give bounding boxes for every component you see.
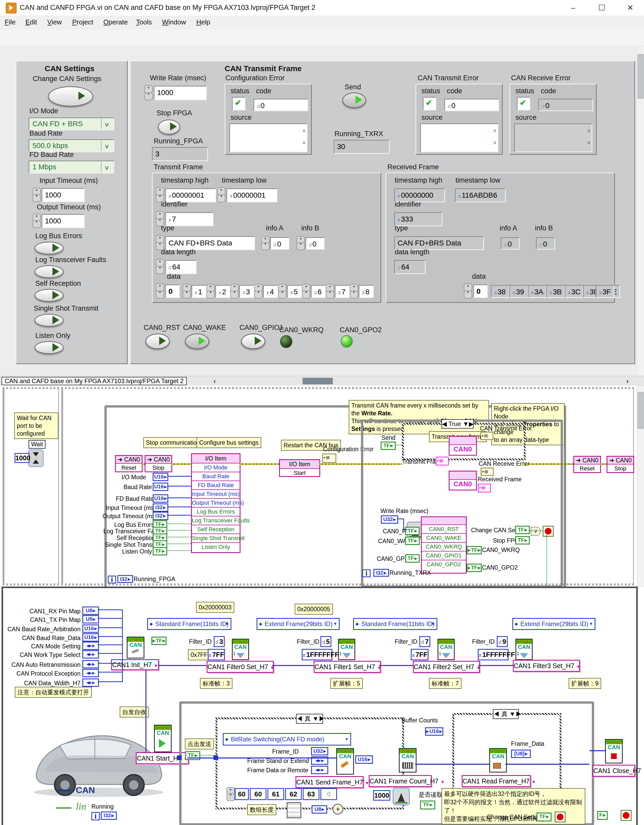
data-cell-spinner[interactable] [207, 284, 214, 298]
data-length-spinner[interactable] [156, 259, 164, 274]
self-reception-toggle[interactable] [34, 289, 63, 302]
bitrate-enum[interactable]: BitRate Switching(CAN FD mode) [223, 733, 351, 746]
log-transceiver-faults-toggle[interactable] [34, 265, 63, 278]
can1-init-node[interactable]: STM32 CAN [127, 637, 144, 658]
data-cell-spinner[interactable] [182, 284, 190, 298]
filter-id-const-1[interactable]: 5 [320, 636, 331, 647]
menu-file[interactable]: File [5, 18, 15, 26]
menu-tools[interactable]: Tools [136, 18, 152, 26]
frame-type-enum-2[interactable]: Standard Frame(11bits ID) [353, 618, 437, 630]
tab-fpga-target[interactable]: CAN and CAFD base on My FPGA AX7103.lvpr… [2, 377, 187, 385]
can1-init-dropdown[interactable]: CAN1 Init_H7 [111, 659, 159, 670]
info-b-field[interactable]: 0 [305, 237, 324, 250]
data-cell-spinner[interactable] [350, 284, 358, 298]
can1-filter3-node[interactable]: STM32 CAN 1 [516, 639, 533, 660]
mask-const-1[interactable]: 1FFFFFFF [302, 649, 332, 660]
filter-id-const-0[interactable]: 3 [214, 636, 225, 647]
frame-id-terminal[interactable]: U32 [311, 747, 328, 755]
source-field[interactable] [229, 124, 307, 152]
can0-stop-node[interactable]: ➜ CAN0 Stop [145, 455, 172, 472]
data-cell[interactable]: 8 [358, 285, 374, 298]
io-item-start-node[interactable]: I/O Item Start [279, 459, 320, 477]
can1-start-node[interactable]: STM32 CAN [154, 725, 171, 752]
can1-filter2-dropdown[interactable]: CAN1 Filter2 Set_H7 [413, 661, 480, 673]
send-case-selector[interactable]: 真 [296, 714, 323, 724]
menu-project[interactable]: Project [72, 18, 93, 26]
wait-hourglass-icon[interactable] [28, 450, 44, 467]
read-case-selector[interactable]: 真 [493, 709, 519, 719]
stop-fpga-button[interactable] [158, 119, 180, 134]
can1-frame-count-dropdown[interactable]: CAN1 Frame Count_H7 [369, 775, 432, 787]
can1-frame-count-node[interactable]: STM32 CAN [399, 748, 417, 772]
change-setting-terminal[interactable]: TF [536, 813, 551, 821]
io-item-config-node[interactable]: I/O Item I/O Mode Baud Rate FD Baud Rate… [191, 453, 241, 553]
rst-terminal[interactable]: TF [405, 527, 420, 535]
can1-filter0-dropdown[interactable]: CAN1 Filter0 Set_H7 [207, 661, 274, 673]
array-cell[interactable]: 63 [303, 788, 320, 800]
fp-scroll-thumb[interactable] [638, 54, 644, 99]
can1-filter0-node[interactable]: STM32 CAN 1 [232, 639, 249, 660]
can1-read-node[interactable]: STM32 CAN [489, 748, 507, 772]
maximize-button[interactable]: ☐ [594, 2, 609, 14]
log-bus-errors-toggle[interactable] [34, 242, 63, 255]
code-field[interactable]: 0 [253, 99, 308, 111]
tab-scroll-right-icon[interactable]: › [626, 377, 629, 385]
menu-edit[interactable]: Edit [25, 18, 37, 26]
write-rate-field[interactable]: 1000 [154, 86, 207, 100]
wait-ms-constant[interactable]: 1000 [14, 453, 29, 463]
read-question-terminal[interactable]: TF [420, 800, 435, 810]
fd-baud-rate-dropdown[interactable]: 1 Mbps [29, 161, 114, 173]
can0-stop-after-node[interactable]: ➜ CAN0 Stop [607, 456, 634, 473]
output-timeout-spinner[interactable] [32, 213, 40, 228]
send-terminal[interactable]: TF [381, 442, 396, 450]
mask-const-0[interactable]: 7FF [208, 649, 225, 660]
listen-only-terminal[interactable]: TF [153, 547, 167, 555]
wake-terminal[interactable]: TF [405, 537, 420, 545]
array-index[interactable]: 60 [235, 788, 249, 800]
frame-type-enum-0[interactable]: Standard Frame(11bits ID) [147, 618, 232, 630]
change-can-settings-button[interactable] [48, 86, 93, 107]
input-timeout-field[interactable]: 1000 [42, 188, 85, 202]
array-cell[interactable]: 60 [250, 788, 266, 800]
data-cell-spinner[interactable] [278, 284, 286, 298]
array-cell[interactable]: 62 [285, 788, 302, 800]
fp-vertical-scrollbar[interactable] [637, 46, 644, 376]
frame-type-enum-3[interactable]: Extend Frame(29bits ID) [512, 618, 595, 630]
baud-terminal[interactable]: U16 [153, 483, 168, 491]
data-cell[interactable]: 1 [192, 285, 207, 298]
stop-fpga-terminal[interactable]: TF [515, 536, 530, 544]
baud-data-terminal[interactable]: U16 [82, 633, 99, 642]
filter-id-const-2[interactable]: 7 [419, 636, 430, 647]
single-shot-transmit-toggle[interactable] [34, 314, 63, 327]
can0-lines-property-node[interactable]: CAN0_RST CAN0_WAKE CAN0_WKRQ CAN0_GPIO1 … [421, 516, 466, 573]
mode-setting-terminal[interactable]: ◂▸ [82, 642, 99, 650]
data-cell[interactable]: 5 [287, 285, 302, 298]
menu-help[interactable]: Help [196, 18, 210, 26]
protocol-exception-terminal[interactable]: ◂▸ [82, 669, 99, 677]
frame-type-enum-1[interactable]: Extend Frame(29bits ID) [256, 618, 340, 630]
write-rate-terminal[interactable]: U32 [381, 515, 398, 524]
can0-reset-after-node[interactable]: ➜ CAN0 Reset [573, 456, 601, 473]
in-timeout-terminal[interactable]: I32 [153, 504, 168, 512]
data-cell-spinner[interactable] [326, 284, 334, 298]
can1-close-node[interactable]: STM32 CAN [605, 739, 623, 763]
data-cell-spinner[interactable] [254, 284, 262, 298]
can1-read-dropdown[interactable]: CAN1 Read Frame_H7 [462, 775, 531, 787]
info-a-field[interactable]: 0 [270, 237, 289, 250]
data-cell[interactable]: 7 [335, 285, 350, 298]
data-cell[interactable]: 3 [239, 285, 254, 298]
io-mode-terminal[interactable]: U16 [153, 473, 168, 481]
info-b-spinner[interactable] [297, 236, 304, 250]
data-index-spinner[interactable] [464, 283, 471, 298]
mask-const-3[interactable]: 1FFFFFFF [478, 649, 508, 660]
can1-close-dropdown[interactable]: CAN1 Close_H7 [593, 765, 635, 777]
tab-scroll-left-icon[interactable]: ‹ [213, 377, 216, 385]
ts-low-spinner[interactable] [217, 187, 225, 202]
bd-vertical-scrollbar[interactable] [637, 385, 644, 587]
can1-filter2-node[interactable]: STM32 CAN 1 [437, 639, 455, 660]
click-send-terminal[interactable]: TF [185, 751, 200, 760]
can1-filter3-dropdown[interactable]: CAN1 Filter3 Set_H7 [513, 660, 580, 672]
menu-window[interactable]: Window [162, 18, 186, 26]
data-cell[interactable]: 6 [311, 285, 326, 298]
bd-scroll-thumb[interactable] [638, 392, 644, 429]
